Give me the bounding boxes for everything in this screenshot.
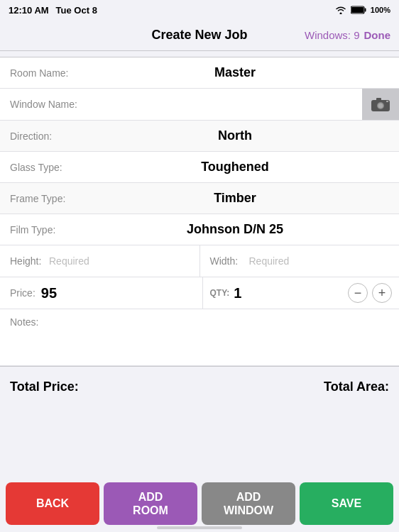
height-label: Height:: [10, 255, 49, 267]
window-name-input[interactable]: [81, 99, 362, 110]
battery-icon: [351, 6, 366, 14]
notes-label: Notes:: [10, 316, 389, 328]
back-button[interactable]: BACK: [6, 482, 99, 525]
qty-plus-button[interactable]: +: [372, 283, 392, 303]
qty-value: 1: [234, 285, 248, 301]
form-area: Room Name: Master Window Name: Direction…: [0, 57, 399, 367]
status-bar: 12:10 AM Tue Oct 8 100%: [0, 0, 399, 20]
height-input[interactable]: Required: [49, 255, 89, 267]
width-label: Width:: [210, 255, 249, 267]
camera-button[interactable]: [362, 89, 399, 120]
total-bar: Total Price: Total Area:: [0, 372, 399, 401]
room-name-label: Room Name:: [10, 67, 81, 79]
window-name-row: Window Name:: [0, 89, 399, 121]
direction-label: Direction:: [10, 131, 81, 142]
qty-minus-button[interactable]: −: [348, 283, 368, 303]
qty-cell: QTY: 1 − +: [203, 277, 400, 309]
film-type-value[interactable]: Johnson D/N 25: [81, 222, 389, 237]
nav-bar: Create New Job Windows: 9 Done: [0, 20, 399, 51]
notes-row: Notes:: [0, 309, 399, 366]
room-name-value[interactable]: Master: [81, 65, 389, 80]
total-price-label: Total Price:: [10, 379, 79, 394]
nav-right-group: Windows: 9 Done: [305, 29, 390, 41]
date-label: Tue Oct 8: [56, 5, 97, 16]
frame-type-label: Frame Type:: [10, 193, 81, 204]
window-name-label: Window Name:: [10, 99, 81, 110]
glass-type-row: Glass Type: Toughened: [0, 152, 399, 183]
time-label: 12:10 AM: [9, 5, 49, 16]
qty-label: QTY:: [210, 288, 230, 298]
direction-value[interactable]: North: [81, 128, 389, 143]
svg-rect-6: [376, 98, 381, 101]
windows-count-label: Windows: 9: [305, 29, 360, 41]
battery-label: 100%: [371, 6, 390, 14]
price-value: 95: [41, 285, 57, 301]
svg-rect-2: [364, 9, 366, 12]
camera-icon: [371, 96, 390, 112]
status-bar-right: 100%: [335, 6, 390, 14]
home-indicator: [157, 526, 242, 529]
film-type-label: Film Type:: [10, 224, 81, 235]
glass-type-value[interactable]: Toughened: [81, 160, 389, 174]
direction-row: Direction: North: [0, 121, 399, 152]
price-qty-row: Price: 95 QTY: 1 − +: [0, 277, 399, 309]
height-width-row: Height: Required Width: Required: [0, 245, 399, 277]
room-name-row: Room Name: Master: [0, 57, 399, 89]
glass-type-label: Glass Type:: [10, 162, 81, 173]
page-title: Create New Job: [151, 28, 247, 43]
width-input[interactable]: Required: [249, 255, 290, 267]
add-room-button[interactable]: ADDROOM: [104, 482, 197, 525]
frame-type-row: Frame Type: Timber: [0, 183, 399, 214]
height-cell: Height: Required: [0, 245, 200, 277]
width-cell: Width: Required: [200, 245, 400, 277]
wifi-icon: [335, 6, 346, 14]
svg-rect-7: [386, 101, 388, 102]
svg-point-5: [378, 104, 383, 109]
film-type-row: Film Type: Johnson D/N 25: [0, 214, 399, 245]
add-window-button[interactable]: ADDWINDOW: [202, 482, 295, 525]
price-label: Price:: [10, 287, 35, 299]
add-window-label: ADDWINDOW: [224, 490, 273, 517]
svg-rect-1: [351, 7, 364, 13]
add-room-label: ADDROOM: [133, 490, 168, 517]
frame-type-value[interactable]: Timber: [81, 191, 389, 206]
price-cell: Price: 95: [0, 277, 203, 309]
status-bar-left: 12:10 AM Tue Oct 8: [9, 5, 97, 16]
save-button[interactable]: SAVE: [300, 482, 393, 525]
done-button[interactable]: Done: [364, 29, 391, 41]
bottom-buttons: BACK ADDROOM ADDWINDOW SAVE: [0, 482, 399, 525]
total-area-label: Total Area:: [324, 379, 389, 394]
